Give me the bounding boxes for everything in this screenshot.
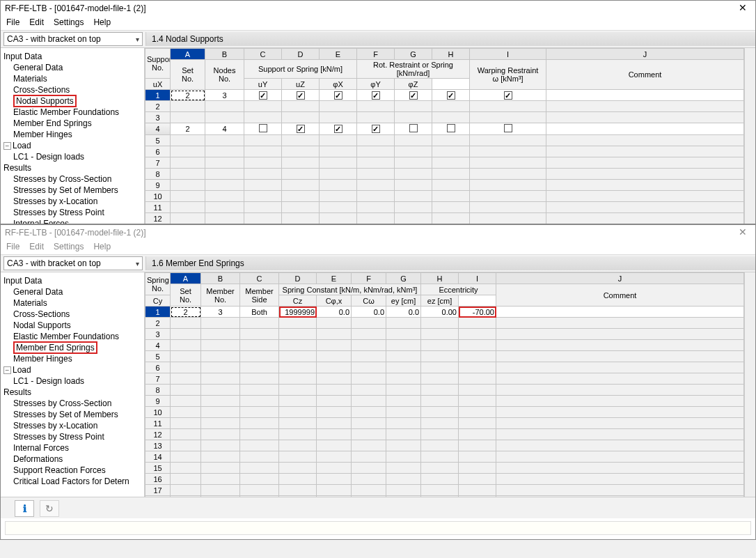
tree-deformations[interactable]: Deformations bbox=[13, 454, 141, 465]
cell-phiy[interactable] bbox=[395, 90, 432, 101]
cell-nodes[interactable] bbox=[205, 169, 244, 180]
cell-phiy[interactable] bbox=[395, 202, 432, 213]
cell-cy[interactable] bbox=[279, 429, 317, 440]
cell-phiz[interactable] bbox=[432, 213, 470, 224]
cell-set[interactable] bbox=[171, 474, 201, 485]
row-number[interactable]: 11 bbox=[145, 202, 171, 213]
cell-cz[interactable] bbox=[317, 340, 352, 351]
cell-comment[interactable] bbox=[496, 463, 744, 474]
table-row[interactable]: 6 bbox=[145, 362, 755, 373]
cell-side[interactable] bbox=[240, 385, 279, 396]
cell-side[interactable] bbox=[240, 496, 279, 497]
cell-uy[interactable] bbox=[282, 101, 320, 112]
checkbox[interactable] bbox=[297, 91, 305, 100]
table-row[interactable]: 17 bbox=[145, 485, 755, 496]
cell-ux[interactable] bbox=[244, 135, 282, 146]
table-row[interactable]: 8 bbox=[145, 385, 755, 396]
cell-nodes[interactable] bbox=[205, 157, 244, 169]
col-nodes-no[interactable]: Nodes No. bbox=[205, 60, 244, 90]
cell-ux[interactable] bbox=[244, 180, 282, 191]
cell-ez[interactable] bbox=[459, 474, 496, 485]
tree-general-data[interactable]: General Data bbox=[13, 286, 141, 297]
cell-phiz[interactable] bbox=[432, 157, 470, 169]
cell-cphix[interactable] bbox=[352, 496, 386, 497]
col-D[interactable]: D bbox=[279, 273, 317, 284]
col-phiz[interactable]: φZ bbox=[395, 79, 432, 90]
cell-phiz[interactable] bbox=[432, 180, 470, 191]
cell-member[interactable] bbox=[201, 373, 240, 385]
cell-ey[interactable] bbox=[421, 440, 459, 451]
table-row[interactable]: 4 bbox=[145, 340, 755, 351]
col-spring-no[interactable]: Spring No. bbox=[145, 273, 171, 295]
table-row[interactable]: 6 bbox=[145, 146, 755, 157]
cell-cphix[interactable] bbox=[352, 373, 386, 385]
tree-nodal-supports[interactable]: Nodal Supports bbox=[13, 95, 141, 107]
tree-load[interactable]: −Load bbox=[3, 364, 141, 375]
cell-warp[interactable] bbox=[470, 191, 546, 202]
cell-member[interactable] bbox=[201, 463, 240, 474]
cell-phiz[interactable] bbox=[432, 123, 470, 135]
cell-comment[interactable] bbox=[496, 451, 744, 463]
cell-ux[interactable] bbox=[244, 169, 282, 180]
cell-set[interactable] bbox=[171, 463, 201, 474]
cell-member[interactable] bbox=[201, 340, 240, 351]
cell-set[interactable] bbox=[171, 191, 205, 202]
cell-set[interactable]: 2 bbox=[171, 123, 205, 135]
cell-set[interactable] bbox=[171, 496, 201, 497]
table-row[interactable]: 10 bbox=[145, 191, 755, 202]
table-row[interactable]: 15 bbox=[145, 463, 755, 474]
cell-side[interactable] bbox=[240, 407, 279, 418]
cell-phix[interactable] bbox=[357, 180, 395, 191]
checkbox[interactable] bbox=[409, 124, 418, 132]
table-row[interactable]: 3 bbox=[145, 112, 755, 123]
checkbox[interactable] bbox=[334, 91, 342, 100]
cell-warp[interactable] bbox=[470, 90, 546, 101]
table-row[interactable]: 13 bbox=[145, 440, 755, 451]
cell-ez[interactable] bbox=[459, 429, 496, 440]
collapse-icon[interactable]: − bbox=[3, 142, 11, 150]
row-number[interactable]: 8 bbox=[145, 385, 171, 396]
row-number[interactable]: 6 bbox=[145, 362, 171, 373]
cell-phiz[interactable] bbox=[432, 90, 470, 101]
cell-warp[interactable] bbox=[470, 135, 546, 146]
tree-internal-forces[interactable]: Internal Forces bbox=[13, 442, 141, 454]
checkbox[interactable] bbox=[504, 124, 512, 132]
cell-comment[interactable] bbox=[546, 169, 744, 180]
col-support-no[interactable]: Support No. bbox=[145, 49, 171, 79]
table-row[interactable]: 14 bbox=[145, 451, 755, 463]
row-number[interactable]: 16 bbox=[145, 474, 171, 485]
cell-phiz[interactable] bbox=[432, 146, 470, 157]
cell-cw[interactable] bbox=[386, 496, 421, 497]
cell-phix[interactable] bbox=[357, 90, 395, 101]
cell-set[interactable] bbox=[171, 146, 205, 157]
cell-comment[interactable] bbox=[496, 485, 744, 496]
cell-phix[interactable] bbox=[357, 191, 395, 202]
cell-set[interactable] bbox=[171, 429, 201, 440]
cell-comment[interactable] bbox=[496, 373, 744, 385]
cell-ux[interactable] bbox=[244, 146, 282, 157]
menu-help[interactable]: Help bbox=[93, 17, 111, 27]
col-cy[interactable]: Cy bbox=[145, 295, 171, 307]
col-member-side[interactable]: Member Side bbox=[240, 284, 279, 307]
col-E[interactable]: E bbox=[317, 273, 352, 284]
cell-comment[interactable] bbox=[546, 213, 744, 224]
cell-member[interactable] bbox=[201, 351, 240, 362]
cell-cphix[interactable] bbox=[352, 329, 386, 340]
cell-set[interactable] bbox=[171, 418, 201, 429]
table-row[interactable]: 2 bbox=[145, 101, 755, 112]
tree-member-end-springs[interactable]: Member End Springs bbox=[13, 342, 141, 353]
tree-stresses-set[interactable]: Stresses by Set of Members bbox=[13, 409, 141, 420]
cell-set[interactable] bbox=[171, 440, 201, 451]
cell-uz[interactable] bbox=[320, 90, 357, 101]
cell-member[interactable] bbox=[201, 318, 240, 329]
cell-cw[interactable] bbox=[386, 474, 421, 485]
cell-uy[interactable] bbox=[282, 90, 320, 101]
cell-comment[interactable] bbox=[496, 407, 744, 418]
tree-critical-load-factors[interactable]: Critical Load Factors for Detern bbox=[13, 476, 141, 487]
table-row[interactable]: 12 bbox=[145, 213, 755, 224]
cell-set[interactable] bbox=[171, 180, 205, 191]
tree-lc1[interactable]: LC1 - Design loads bbox=[13, 375, 141, 387]
col-J[interactable]: J bbox=[546, 49, 744, 60]
cell-ez[interactable] bbox=[459, 351, 496, 362]
col-member-no[interactable]: Member No. bbox=[201, 284, 240, 307]
